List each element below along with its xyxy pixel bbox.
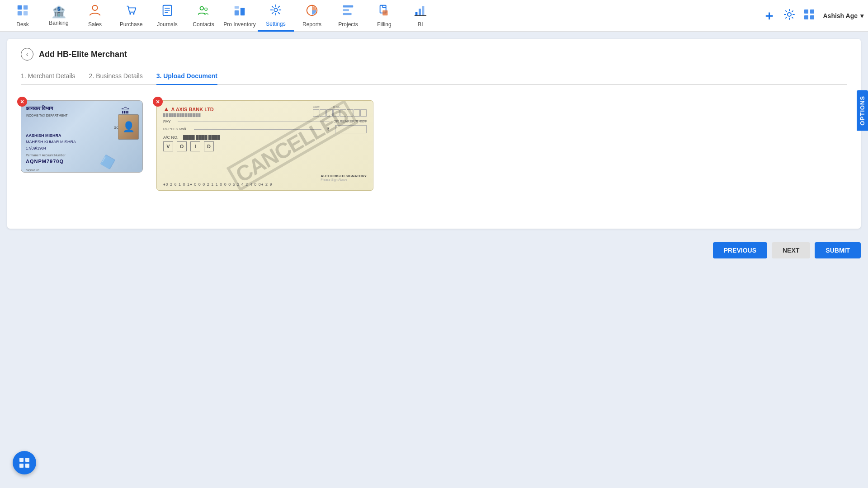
cheque-pay-row: PAY OR BEARER/या वाहक (163, 119, 367, 124)
nav-item-pro-inventory[interactable]: Pro Inventory (222, 0, 258, 32)
main-content: ‹ Add HB-Elite Merchant 1. Merchant Deta… (7, 39, 861, 229)
void-letter-v: V (163, 141, 173, 151)
svg-rect-29 (810, 9, 814, 14)
cheque-acno-value: ████ ████ ████ (183, 135, 220, 140)
svg-rect-22 (382, 10, 387, 15)
step-tabs: 1. Merchant Details 2. Business Details … (21, 69, 847, 85)
cheque-date-box: Date IFSC (313, 105, 367, 117)
grid-fab-button[interactable] (13, 451, 36, 474)
nav-label-reports: Reports (302, 21, 321, 28)
pan-card-close-button[interactable]: × (17, 97, 27, 107)
cheque-authorised-signatory: AUTHORISED SIGNATORY Please Sign Above (321, 174, 367, 181)
next-button[interactable]: NEXT (772, 242, 810, 258)
documents-row: × आयकर विभाग INCOME TAX DEPARTMENT 🏛 भार… (21, 96, 847, 195)
cheque-ifsc-label: IFSC (333, 105, 340, 108)
date-cell-7 (354, 109, 360, 117)
svg-point-4 (92, 5, 97, 10)
options-tab[interactable]: OPTIONS (857, 90, 868, 131)
svg-rect-33 (25, 458, 29, 462)
tab-merchant-details[interactable]: 1. Merchant Details (21, 69, 75, 84)
svg-rect-0 (18, 5, 22, 9)
nav-label-filling: Filling (377, 21, 391, 28)
pan-card-document: × आयकर विभाग INCOME TAX DEPARTMENT 🏛 भार… (21, 100, 143, 191)
cheque-rupees-line (194, 129, 321, 130)
cheque-date-cells (313, 109, 367, 117)
svg-rect-1 (24, 5, 28, 9)
banking-icon: 🏦 (52, 5, 66, 19)
svg-rect-28 (804, 9, 808, 14)
date-cell-6 (347, 109, 353, 117)
nav-item-settings[interactable]: Settings (258, 0, 294, 32)
cheque-bank-sub: ██████████████ (163, 113, 214, 117)
svg-rect-14 (241, 8, 245, 15)
nav-item-projects[interactable]: Projects (330, 0, 366, 32)
svg-rect-23 (415, 12, 418, 16)
settings-icon (269, 3, 283, 20)
cheque-date-label: Date (313, 105, 320, 108)
cheque-rupees-label: RUPEES /रुपये (163, 127, 190, 131)
nav-label-journals: Journals (157, 21, 177, 28)
nav-item-desk[interactable]: Desk (5, 0, 41, 32)
pan-name: AASHISH MISHRA (26, 132, 113, 139)
bottom-actions: PREVIOUS NEXT SUBMIT (0, 242, 868, 266)
settings-gear-button[interactable] (783, 9, 795, 23)
nav-label-banking: Banking (49, 20, 68, 26)
svg-rect-32 (19, 458, 24, 462)
tab-upload-document[interactable]: 3. Upload Document (156, 69, 217, 85)
svg-rect-34 (19, 464, 24, 468)
date-cell-5 (340, 109, 346, 117)
nav-item-contacts[interactable]: Contacts (185, 0, 222, 32)
date-cell-8 (360, 109, 367, 117)
cheque-preview: ▲ A AXIS BANK LTD ██████████████ Date IF… (156, 100, 373, 191)
nav-item-filling[interactable]: Filling (366, 0, 402, 32)
contacts-icon (197, 4, 210, 20)
nav-label-projects: Projects (338, 21, 358, 28)
nav-item-reports[interactable]: Reports (294, 0, 330, 32)
svg-point-27 (788, 13, 791, 16)
svg-rect-35 (25, 464, 29, 468)
svg-point-12 (205, 8, 208, 10)
date-cell-3 (326, 109, 333, 117)
svg-point-11 (200, 7, 204, 10)
nav-item-journals[interactable]: Journals (149, 0, 185, 32)
submit-button[interactable]: SUBMIT (815, 242, 861, 258)
projects-icon (341, 4, 355, 20)
nav-label-bi: BI (418, 21, 423, 28)
svg-point-6 (133, 13, 135, 15)
svg-rect-31 (810, 15, 814, 19)
nav-item-sales[interactable]: Sales (77, 0, 113, 32)
svg-rect-25 (422, 6, 425, 16)
void-letter-o: O (177, 141, 187, 151)
back-button[interactable]: ‹ (21, 48, 33, 61)
cheque-close-button[interactable]: × (153, 97, 163, 107)
svg-rect-20 (343, 13, 352, 15)
user-name: Ashish Age (823, 12, 858, 19)
pan-card-preview: आयकर विभाग INCOME TAX DEPARTMENT 🏛 भारत … (21, 100, 143, 173)
filling-icon (377, 4, 391, 20)
cheque-pay-label: PAY (163, 119, 174, 124)
cheque-acno-label: A/C NO. (163, 135, 179, 140)
nav-label-sales: Sales (88, 21, 102, 28)
svg-rect-30 (804, 15, 808, 19)
nav-item-bi[interactable]: BI (402, 0, 439, 32)
date-cell-4 (333, 109, 340, 117)
grid-view-button[interactable] (803, 9, 815, 23)
chevron-down-icon: ▾ (860, 12, 863, 19)
bi-icon (414, 4, 427, 20)
tab-business-details[interactable]: 2. Business Details (89, 69, 143, 84)
nav-label-contacts: Contacts (193, 21, 214, 28)
add-button[interactable]: ＋ (763, 7, 775, 24)
top-navigation: Desk 🏦 Banking Sales Purchase (0, 0, 868, 32)
cheque-acno-row: A/C NO. ████ ████ ████ (163, 135, 367, 140)
desk-icon (16, 4, 29, 20)
nav-item-banking[interactable]: 🏦 Banking (41, 0, 77, 32)
cheque-rupees-row: RUPEES /रुपये ₹ (163, 125, 367, 133)
reports-icon (305, 4, 319, 20)
void-letter-i: I (190, 141, 200, 151)
svg-rect-15 (235, 6, 239, 9)
nav-item-purchase[interactable]: Purchase (113, 0, 149, 32)
nav-label-settings: Settings (266, 21, 285, 27)
user-profile[interactable]: Ashish Age ▾ (823, 12, 864, 19)
svg-point-5 (129, 13, 131, 15)
previous-button[interactable]: PREVIOUS (713, 242, 767, 258)
